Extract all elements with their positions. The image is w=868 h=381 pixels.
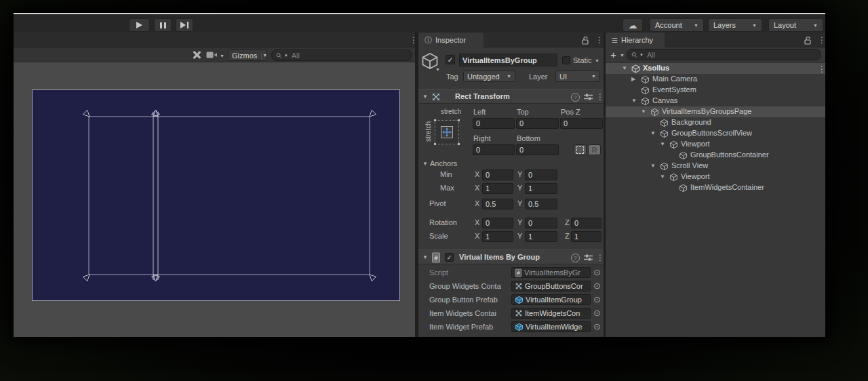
hierarchy-menu-kebab-icon[interactable]: ⋮ bbox=[818, 35, 826, 45]
bottom-field[interactable] bbox=[516, 144, 559, 155]
object-reference-field[interactable]: VirtualItemGroup bbox=[511, 294, 591, 305]
account-dropdown[interactable]: Account▼ bbox=[650, 18, 704, 32]
object-reference-field[interactable]: #VirtualItemsByGr bbox=[511, 267, 591, 278]
presets-icon[interactable] bbox=[584, 93, 593, 101]
hierarchy-row-virtualitemsbygroupspage[interactable]: ▼VirtualItemsByGroupsPage bbox=[606, 106, 825, 117]
foldout-open-icon[interactable]: ▼ bbox=[650, 131, 656, 136]
hierarchy-row-canvas[interactable]: ▼Canvas bbox=[606, 96, 825, 106]
component-header[interactable]: ▼ # ✓ Virtual Items By Group ? ⋮ bbox=[418, 249, 604, 264]
hierarchy-row-groupbuttonscontainer[interactable]: GroupButtonsContainer bbox=[606, 150, 825, 161]
rotation-x-input[interactable] bbox=[486, 219, 510, 227]
object-picker-icon[interactable]: ⊙ bbox=[593, 308, 601, 317]
right-field[interactable] bbox=[473, 144, 515, 155]
max-y-input[interactable] bbox=[528, 184, 554, 193]
scale-z-field[interactable] bbox=[571, 231, 601, 242]
rotation-x-field[interactable] bbox=[482, 218, 513, 228]
object-picker-icon[interactable]: ⊙ bbox=[593, 281, 601, 290]
lock-icon[interactable] bbox=[581, 36, 589, 45]
scene-viewport[interactable] bbox=[14, 62, 415, 337]
scale-y-field[interactable] bbox=[525, 231, 557, 242]
min-x-input[interactable] bbox=[486, 171, 510, 179]
static-dropdown-icon[interactable]: ▼ bbox=[595, 58, 599, 63]
foldout-open-icon[interactable]: ▼ bbox=[422, 255, 428, 260]
help-icon[interactable]: ? bbox=[571, 93, 580, 102]
foldout-open-icon[interactable]: ▼ bbox=[622, 66, 627, 71]
layout-dropdown[interactable]: Layout▼ bbox=[768, 18, 823, 32]
active-checkbox[interactable]: ✓ bbox=[446, 55, 455, 64]
object-reference-field[interactable]: GroupButtonsCor bbox=[511, 281, 591, 292]
pivot-y-input[interactable] bbox=[528, 200, 554, 208]
tab-inspector[interactable]: ⓘ Inspector bbox=[418, 33, 484, 47]
cloud-services-button[interactable]: ☁ bbox=[623, 18, 643, 32]
min-y-input[interactable] bbox=[528, 171, 554, 179]
posz-field[interactable] bbox=[560, 118, 603, 129]
max-x-input[interactable] bbox=[486, 184, 510, 193]
object-picker-icon[interactable]: ⊙ bbox=[593, 268, 601, 277]
foldout-open-icon[interactable]: ▼ bbox=[631, 98, 637, 104]
camera-icon[interactable] bbox=[206, 51, 218, 59]
hierarchy-row-viewport[interactable]: ▼Viewport bbox=[606, 172, 825, 182]
layers-dropdown[interactable]: Layers▼ bbox=[708, 18, 762, 32]
hierarchy-row-background[interactable]: Background bbox=[606, 117, 825, 128]
hierarchy-row-viewport[interactable]: ▼Viewport bbox=[606, 139, 825, 150]
tag-dropdown[interactable]: Untagged▼ bbox=[463, 71, 515, 82]
blueprint-mode-button[interactable] bbox=[574, 144, 587, 155]
gameobject-name-field[interactable] bbox=[459, 54, 557, 66]
anchors-foldout-icon[interactable]: ▼ bbox=[422, 161, 428, 167]
foldout-open-icon[interactable]: ▼ bbox=[660, 142, 665, 147]
rotation-y-input[interactable] bbox=[528, 219, 554, 227]
scene-options-kebab-icon[interactable]: ⋮ bbox=[818, 64, 826, 74]
step-button[interactable] bbox=[176, 18, 193, 32]
pivot-x-field[interactable] bbox=[482, 199, 513, 209]
create-object-plus-icon[interactable]: + bbox=[610, 49, 616, 60]
presets-icon[interactable] bbox=[584, 254, 593, 262]
hierarchy-row-main-camera[interactable]: ▶Main Camera bbox=[606, 74, 825, 85]
hierarchy-search-input[interactable] bbox=[646, 50, 816, 60]
component-enabled-checkbox[interactable]: ✓ bbox=[445, 253, 454, 262]
foldout-open-icon[interactable]: ▼ bbox=[660, 174, 665, 180]
lock-icon[interactable] bbox=[804, 36, 812, 45]
right-input[interactable] bbox=[476, 146, 511, 154]
posz-input[interactable] bbox=[564, 119, 599, 127]
scene-search-input[interactable] bbox=[290, 51, 408, 60]
scale-x-field[interactable] bbox=[482, 231, 513, 242]
rotation-y-field[interactable] bbox=[525, 218, 557, 228]
icon-picker-caret[interactable]: ▼ bbox=[435, 67, 440, 72]
max-x-field[interactable] bbox=[482, 183, 513, 194]
tab-hierarchy[interactable]: ☰ Hierarchy bbox=[606, 33, 665, 47]
camera-dropdown-icon[interactable]: ▼ bbox=[220, 54, 224, 58]
pivot-x-input[interactable] bbox=[486, 200, 510, 208]
rect-transform-header[interactable]: ▼ Rect Transform ? ⋮ bbox=[418, 89, 604, 104]
pause-button[interactable] bbox=[154, 18, 172, 32]
object-picker-icon[interactable]: ⊙ bbox=[593, 322, 601, 331]
foldout-closed-icon[interactable]: ▶ bbox=[631, 77, 635, 82]
pivot-y-field[interactable] bbox=[525, 199, 557, 209]
hierarchy-row-xsollus[interactable]: ▼Xsollus⋮ bbox=[606, 63, 825, 74]
scale-y-input[interactable] bbox=[528, 233, 554, 241]
static-checkbox[interactable] bbox=[562, 56, 570, 64]
hierarchy-row-groupbuttonsscrollview[interactable]: ▼GroupButtonsScrollView bbox=[606, 128, 825, 139]
help-icon[interactable]: ? bbox=[571, 254, 580, 262]
min-x-field[interactable] bbox=[482, 169, 513, 180]
hierarchy-row-scroll-view[interactable]: ▼Scroll View bbox=[606, 161, 825, 172]
scale-x-input[interactable] bbox=[486, 233, 510, 241]
inspector-menu-kebab-icon[interactable]: ⋮ bbox=[595, 35, 604, 45]
object-reference-field[interactable]: VirtualItemWidge bbox=[511, 321, 591, 332]
gameobject-name-input[interactable] bbox=[462, 56, 554, 64]
left-field[interactable] bbox=[473, 118, 515, 129]
max-y-field[interactable] bbox=[525, 183, 557, 194]
rotation-z-field[interactable] bbox=[571, 218, 601, 228]
hierarchy-row-itemwidgetscontainer[interactable]: ItemWidgetsContainer bbox=[606, 182, 825, 193]
anchor-preset-widget[interactable] bbox=[435, 120, 459, 144]
foldout-open-icon[interactable]: ▼ bbox=[422, 94, 428, 100]
rotation-z-input[interactable] bbox=[574, 219, 598, 227]
top-input[interactable] bbox=[519, 119, 555, 127]
foldout-open-icon[interactable]: ▼ bbox=[641, 109, 646, 115]
top-field[interactable] bbox=[516, 118, 559, 129]
bottom-input[interactable] bbox=[519, 146, 555, 154]
min-y-field[interactable] bbox=[525, 169, 557, 180]
layer-dropdown[interactable]: UI▼ bbox=[555, 71, 600, 82]
gizmos-dropdown[interactable]: Gizmos | ▼ bbox=[228, 49, 267, 61]
scale-z-input[interactable] bbox=[574, 233, 598, 241]
hierarchy-row-eventsystem[interactable]: EventSystem bbox=[606, 85, 825, 96]
